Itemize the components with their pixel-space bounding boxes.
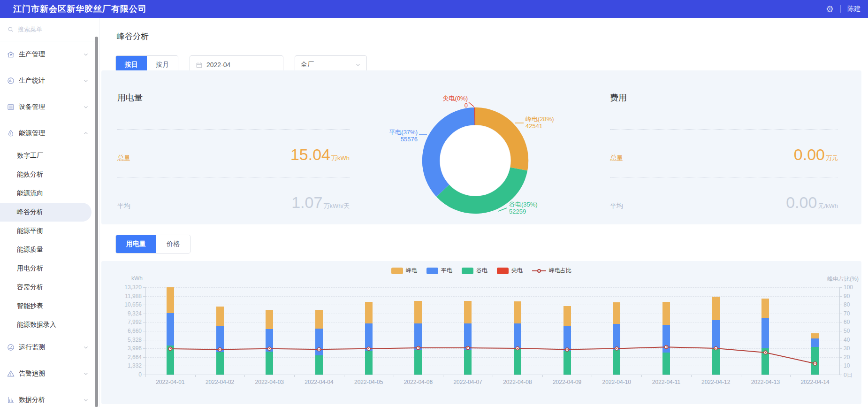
line-marker-dot xyxy=(517,348,518,349)
sidebar-subitem-capacity-demand-analysis[interactable]: 容需分析 xyxy=(0,278,99,297)
x-axis-label: 2022-04-02 xyxy=(198,379,243,385)
sidebar-item-operation-monitoring[interactable]: 运行监测 xyxy=(0,334,99,361)
y-axis-tick-label: 9,324 xyxy=(109,310,142,317)
sidebar-item-label: 告警追溯 xyxy=(19,369,45,378)
header-divider xyxy=(840,5,841,13)
sidebar-item-production-statistics[interactable]: 生产统计 xyxy=(0,68,99,94)
y2-axis-tick-label: 60 xyxy=(844,319,850,325)
sidebar-subitem-digital-factory[interactable]: 数字工厂 xyxy=(0,146,99,165)
sidebar: 生产管理生产统计设备管理能源管理数字工厂能效分析能源流向峰谷分析能源平衡能源质量… xyxy=(0,18,99,407)
chart-tabs: 用电量 价格 xyxy=(115,235,190,253)
line-marker-dot xyxy=(170,348,171,349)
factory-icon xyxy=(7,50,15,59)
y2-axis-tick-label: 90 xyxy=(844,293,850,299)
peak-valley-donut-chart[interactable] xyxy=(371,89,582,230)
sidebar-subitem-electricity-analysis[interactable]: 用电分析 xyxy=(0,259,99,278)
divider xyxy=(610,177,838,177)
cost-avg-unit: 元/kWh xyxy=(818,202,838,210)
sidebar-item-data-analysis[interactable]: 数据分析 xyxy=(0,387,99,407)
cost-total-unit: 万元 xyxy=(826,154,838,162)
x-axis-label: 2022-04-11 xyxy=(644,379,689,385)
y-axis-tick-label: 5,328 xyxy=(109,337,142,343)
search-icon xyxy=(8,26,14,33)
legend-label: 谷电 xyxy=(476,267,487,275)
main-content: 峰谷分析 按日 按月 2022-04 全厂 用电量 xyxy=(100,18,868,407)
x-axis-label: 2022-04-06 xyxy=(396,379,441,385)
donut-leader-sharp xyxy=(469,102,474,107)
line-marker-dot xyxy=(666,346,667,347)
sidebar-subitem-energy-data-entry[interactable]: 能源数据录入 xyxy=(0,315,99,334)
bar-line-chart[interactable] xyxy=(145,287,840,375)
y2-axis-tick xyxy=(840,287,842,288)
line-marker-dot xyxy=(220,349,221,350)
sidebar-scrollbar[interactable] xyxy=(95,37,98,407)
y2-axis-tick-label: 10 xyxy=(844,362,850,369)
legend-label: 尖电 xyxy=(511,267,523,275)
chart-card: 峰电平电谷电尖电峰电占比 kWh 峰电占比(%) 01,3322,6643,99… xyxy=(101,261,861,404)
sidebar-item-label: 生产管理 xyxy=(19,50,45,59)
chevron-down-icon xyxy=(83,52,89,57)
sidebar-item-alarm-tracing[interactable]: 告警追溯 xyxy=(0,361,99,387)
sidebar-subitem-energy-balance[interactable]: 能源平衡 xyxy=(0,222,99,240)
sidebar-subitem-energy-quality[interactable]: 能源质量 xyxy=(0,240,99,259)
y-axis-tick-label: 1,332 xyxy=(109,362,142,369)
electricity-summary: 用电量 总量 15.04 万kWh 平均 1.07 万kWh/天 xyxy=(117,70,350,224)
legend-item-valley[interactable]: 谷电 xyxy=(462,267,487,275)
x-axis-label: 2022-04-07 xyxy=(445,379,490,385)
x-axis-label: 2022-04-05 xyxy=(346,379,391,385)
x-axis-tick xyxy=(641,375,642,377)
x-axis-tick xyxy=(493,375,493,377)
legend-swatch-icon xyxy=(462,268,473,274)
line-marker-dot xyxy=(765,352,766,353)
cost-total-value: 0.00 xyxy=(794,146,825,164)
x-axis-tick xyxy=(294,375,295,377)
x-axis-label: 2022-04-09 xyxy=(545,379,590,385)
sidebar-subitem-peak-valley-analysis[interactable]: 峰谷分析 xyxy=(0,203,91,222)
y2-axis-tick xyxy=(840,314,842,314)
legend-item-peak-ratio[interactable]: 峰电占比 xyxy=(532,267,571,275)
y2-axis-tick-label: 70 xyxy=(844,310,850,317)
x-axis-tick xyxy=(145,375,146,377)
y2-axis-tick xyxy=(840,296,842,297)
legend-item-peak[interactable]: 峰电 xyxy=(391,267,417,275)
legend-item-sharp[interactable]: 尖电 xyxy=(497,267,523,275)
y2-axis-tick-label: 40 xyxy=(844,337,850,343)
x-axis-tick xyxy=(790,375,791,377)
chevron-up-icon xyxy=(83,131,89,136)
sidebar-subitem-smart-meter-reading[interactable]: 智能抄表 xyxy=(0,297,99,315)
tab-price[interactable]: 价格 xyxy=(156,235,190,253)
sidebar-item-production-management[interactable]: 生产管理 xyxy=(0,41,99,68)
x-axis-label: 2022-04-03 xyxy=(247,379,292,385)
line-marker-dot xyxy=(616,348,617,349)
y-axis-title: kWh xyxy=(120,275,143,282)
monitor-icon xyxy=(7,343,15,352)
y2-axis-tick xyxy=(840,348,842,349)
stats-icon xyxy=(7,77,15,85)
cost-summary: 费用 总量 0.00 万元 平均 0.00 元/kWh xyxy=(610,70,838,224)
user-name[interactable]: 陈建 xyxy=(847,5,860,13)
sidebar-subitem-energy-efficiency-analysis[interactable]: 能效分析 xyxy=(0,165,99,184)
y2-axis-tick-label: 50 xyxy=(844,328,850,334)
sidebar-item-energy-management[interactable]: 能源管理 xyxy=(0,120,99,146)
divider xyxy=(117,177,350,177)
y-axis-tick-label: 2,664 xyxy=(109,354,142,361)
sidebar-subitem-energy-flow[interactable]: 能源流向 xyxy=(0,184,99,203)
x-axis-tick xyxy=(840,375,840,377)
legend-item-flat[interactable]: 平电 xyxy=(426,267,452,275)
title-divider xyxy=(100,50,868,50)
energy-icon xyxy=(7,129,15,138)
y2-axis-tick-label: 30 xyxy=(844,345,850,352)
search-input[interactable] xyxy=(18,26,84,33)
x-axis-tick xyxy=(443,375,443,377)
settings-gear-icon[interactable]: ⚙ xyxy=(826,5,834,14)
y2-axis-tick xyxy=(840,357,842,358)
chart-legend: 峰电平电谷电尖电峰电占比 xyxy=(101,267,861,275)
sidebar-item-equipment-management[interactable]: 设备管理 xyxy=(0,94,99,120)
y-axis-tick-label: 13,320 xyxy=(109,284,142,291)
y2-axis-tick-label: 80 xyxy=(844,301,850,308)
app-header: 江门市新会区新华胶丝厂有限公司 ⚙ 陈建 xyxy=(0,0,868,18)
tab-electricity[interactable]: 用电量 xyxy=(116,235,156,253)
electricity-total-value: 15.04 xyxy=(290,146,330,164)
y-axis-tick-label: 7,992 xyxy=(109,319,142,325)
x-axis-label: 2022-04-14 xyxy=(792,379,838,385)
